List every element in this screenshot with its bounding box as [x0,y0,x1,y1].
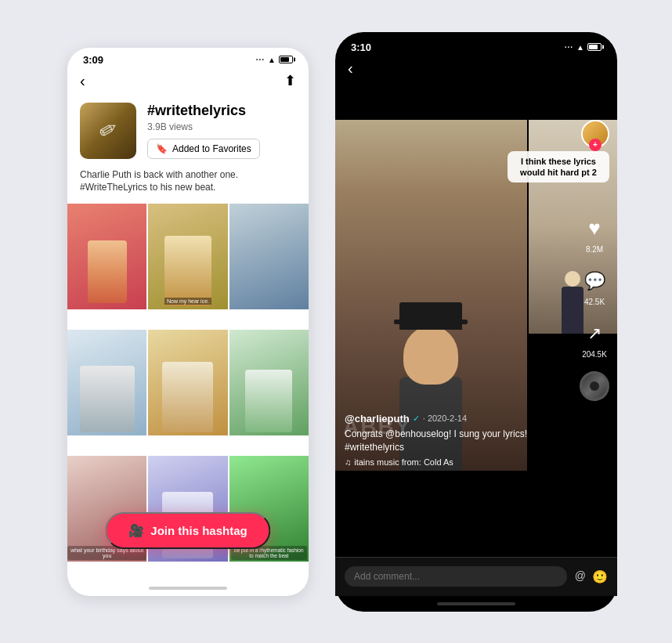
time-left: 3:09 [83,54,103,66]
wifi-icon: ▲ [268,56,276,64]
camera-icon: 🎥 [128,523,144,538]
like-count: 8.2M [586,245,603,254]
music-row: ♫ itains music from: Cold As [345,457,561,467]
music-disc-icon [580,371,609,401]
action-buttons: ♥ 8.2M 💬 42.5K ↗ 204.5K [580,214,609,401]
username[interactable]: @charlieputh [345,413,410,424]
lyrics-overlay: I think these lyrics would hit hard pt 2 [508,151,609,183]
join-button-wrapper: 🎥 Join this hashtag [105,512,270,549]
pen-icon: ✏ [94,114,122,146]
join-hashtag-button[interactable]: 🎥 Join this hashtag [105,512,270,549]
bookmark-icon: 🔖 [156,143,168,154]
video-cell-5[interactable] [148,330,227,435]
like-button[interactable]: ♥ 8.2M [580,214,609,254]
wifi-icon-right: ▲ [576,43,584,52]
home-indicator-left [67,580,309,596]
back-button[interactable]: ‹ [80,72,85,90]
right-phone: 3:10 ··· ▲ ‹ [335,32,617,612]
comment-actions: @ 🙂 [575,569,608,584]
favorites-label: Added to Favorites [172,143,251,154]
post-date: · 2020-2-14 [423,414,467,423]
video-info: @charlieputh ✓ · 2020-2-14 Congrats @ben… [335,413,570,467]
share-count: 204.5K [582,350,607,359]
video-cell-4[interactable] [67,330,146,435]
battery-icon [279,56,293,63]
emoji-icon[interactable]: 🙂 [592,569,608,584]
share-button-right[interactable]: ↗ 204.5K [580,319,609,359]
comment-count: 42.5K [584,298,605,306]
favorites-button[interactable]: 🔖 Added to Favorites [147,139,260,159]
follow-button[interactable]: + [589,139,602,151]
back-button-right[interactable]: ‹ [348,60,353,78]
hashtag-description: Charlie Puth is back with another one. #… [67,168,309,204]
video-grid: Now my hear ice. what your birthday says… [67,204,309,580]
music-disc-button[interactable] [580,371,609,401]
share-button[interactable]: ⬆ [284,72,296,89]
user-row: @charlieputh ✓ · 2020-2-14 [345,413,561,424]
left-phone: 3:09 ··· ▲ ‹ ⬆ ✏ #wr [55,32,321,612]
comment-button[interactable]: 💬 42.5K [580,266,609,306]
hashtag-info: #writethelyrics 3.9B views 🔖 Added to Fa… [147,103,296,159]
video-cell-3[interactable] [229,204,309,309]
verified-badge: ✓ [413,414,420,424]
music-note-icon: ♫ [345,457,351,467]
lyrics-text: I think these lyrics would hit hard pt 2 [520,157,597,177]
time-right: 3:10 [351,42,371,53]
caption: Congrats @benhouselog! I sung your lyric… [345,428,561,454]
hashtag-thumbnail: ✏ [80,103,136,159]
status-icons-right: ··· ▲ [565,43,602,52]
status-bar-right: 3:10 ··· ▲ [335,32,617,56]
right-phone-video: ABBY I think these lyrics would hit hard… [335,81,617,557]
nav-bar-left: ‹ ⬆ [67,69,309,96]
hashtag-header: ✏ #writethelyrics 3.9B views 🔖 Added to … [67,96,309,168]
join-label: Join this hashtag [150,524,247,537]
music-text: itains music from: Cold As [354,457,453,467]
nav-bar-right: ‹ [335,56,617,81]
video-cell-2[interactable]: Now my hear ice. [148,204,227,309]
home-bar-left [149,587,227,590]
video-cell-1[interactable] [67,204,146,309]
comment-input[interactable] [345,566,567,587]
battery-icon-right [587,43,602,51]
video-top-black [335,81,617,120]
hashtag-views: 3.9B views [147,121,296,132]
home-bar-right [437,602,515,605]
at-icon[interactable]: @ [575,569,586,584]
signal-dots-icon: ··· [256,56,265,64]
creator-avatar[interactable]: + [581,120,609,148]
comment-bar: @ 🙂 [335,557,617,596]
status-bar-left: 3:09 ··· ▲ [67,48,309,69]
video-cell-6[interactable] [229,330,309,435]
hashtag-title: #writethelyrics [147,103,296,119]
signal-dots-icon-right: ··· [565,43,573,52]
home-indicator-right [335,596,617,612]
status-icons-left: ··· ▲ [256,56,293,64]
